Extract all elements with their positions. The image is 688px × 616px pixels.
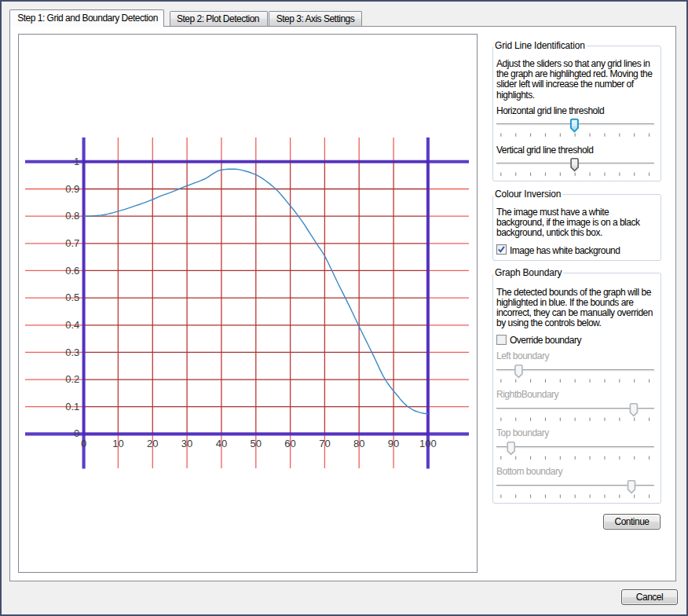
svg-text:30: 30	[181, 438, 192, 449]
svg-text:50: 50	[251, 438, 262, 449]
svg-text:100: 100	[419, 438, 437, 449]
svg-text:0.8: 0.8	[65, 210, 79, 222]
svg-text:90: 90	[388, 438, 399, 449]
svg-text:40: 40	[216, 438, 227, 449]
svg-text:0.1: 0.1	[65, 401, 79, 412]
svg-text:80: 80	[353, 438, 364, 449]
svg-text:0: 0	[81, 438, 86, 449]
svg-text:0.9: 0.9	[65, 183, 79, 195]
svg-text:0.5: 0.5	[65, 292, 79, 303]
svg-text:0.7: 0.7	[65, 237, 79, 249]
svg-text:10: 10	[112, 438, 123, 449]
svg-text:70: 70	[319, 438, 330, 449]
svg-text:0: 0	[74, 427, 79, 439]
svg-text:60: 60	[284, 438, 295, 449]
svg-text:1: 1	[74, 156, 79, 167]
svg-text:0.2: 0.2	[65, 373, 79, 385]
svg-text:0.3: 0.3	[65, 346, 79, 358]
svg-text:0.4: 0.4	[65, 319, 79, 331]
svg-text:0.6: 0.6	[65, 265, 79, 277]
svg-text:20: 20	[147, 438, 158, 449]
